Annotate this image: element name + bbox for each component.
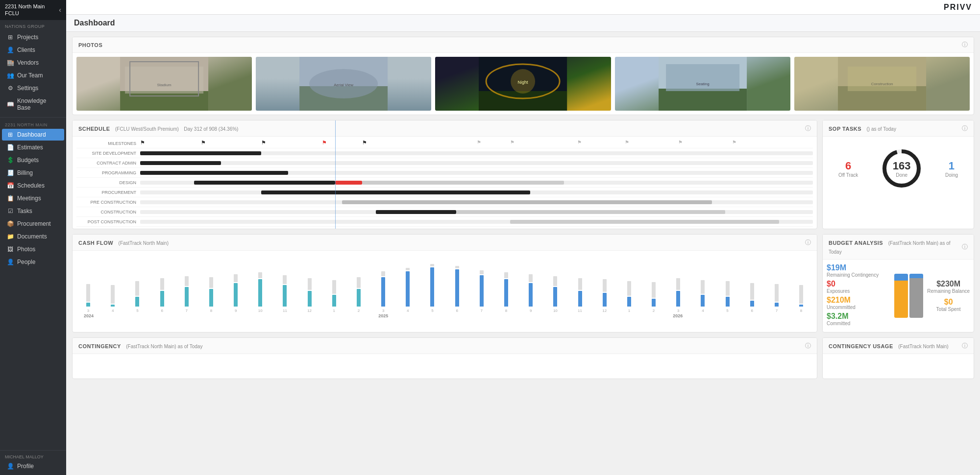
month-label-26: 5 (715, 309, 739, 313)
bar-group-0 (76, 284, 100, 307)
bar-teal-2 (135, 297, 139, 307)
photo-3[interactable]: Night (435, 57, 611, 111)
photos-icon: 🖼 (7, 246, 14, 253)
year-label-1 (101, 313, 125, 318)
bar-group-4 (175, 276, 198, 307)
sidebar-label-knowledge-base: Knowledge Base (17, 97, 59, 111)
bar-teal-24 (676, 291, 680, 307)
bar-group-15 (445, 266, 469, 307)
total-spent-val: $0 (927, 298, 970, 307)
bar-gray-13 (406, 268, 410, 270)
svg-rect-2 (125, 67, 203, 94)
bar-teal-26 (726, 297, 730, 307)
bar-teal-17 (504, 279, 508, 307)
year-label-24: 2026 (665, 313, 690, 318)
svg-rect-16 (666, 64, 739, 91)
gantt-row-programming: PROGRAMMING (76, 168, 813, 178)
contingency-body (73, 354, 817, 379)
bar-group-1 (101, 285, 124, 307)
year-label-16 (469, 313, 494, 318)
photo-5[interactable]: Construction (794, 57, 970, 111)
bar-group-12 (371, 271, 395, 307)
bar-teal-25 (701, 295, 705, 307)
sidebar-item-photos[interactable]: 🖼 Photos (2, 243, 64, 255)
svg-text:Seating: Seating (696, 82, 709, 86)
sop-header-left: SOP TASKS () as of Today (829, 124, 896, 133)
month-label-14: 5 (420, 309, 444, 313)
sidebar-item-projects[interactable]: ⊞ Projects (2, 31, 64, 43)
year-label-6 (224, 313, 248, 318)
schedule-info-icon[interactable]: ⓘ (805, 124, 811, 133)
billing-icon: 🧾 (7, 169, 14, 176)
sidebar-item-knowledge-base[interactable]: 📖 Knowledge Base (2, 95, 64, 114)
sop-info-icon[interactable]: ⓘ (962, 124, 968, 133)
remaining-contingency-lbl: Remaining Contingency (827, 272, 890, 278)
budget-info-icon[interactable]: ⓘ (962, 243, 968, 251)
sidebar-item-billing[interactable]: 🧾 Billing (2, 167, 64, 179)
bar-gray-19 (553, 276, 557, 286)
sidebar-item-people[interactable]: 👤 People (2, 256, 64, 268)
cashflow-card-header: CASH FLOW (FastTrack North Main) ⓘ (73, 235, 817, 251)
budget-remaining-contingency: $19M Remaining Contingency (827, 263, 890, 278)
sidebar-item-clients[interactable]: 👤 Clients (2, 44, 64, 56)
photos-card: PHOTOS ⓘ Stadium (72, 37, 974, 115)
year-label-5 (199, 313, 223, 318)
month-label-17: 8 (494, 309, 518, 313)
cashflow-info-icon[interactable]: ⓘ (805, 238, 811, 247)
cashflow-title: CASH FLOW (78, 240, 113, 246)
photo-4[interactable]: Seating (615, 57, 790, 111)
sop-subtitle: () as of Today (867, 126, 896, 132)
contingency-header-left: CONTINGENCY (FastTrack North Main) as of… (78, 341, 202, 350)
bar-teal-19 (553, 287, 557, 307)
bar-group-29 (789, 285, 813, 307)
year-label-3 (150, 313, 174, 318)
sidebar-label-procurement: Procurement (17, 220, 51, 227)
year-label-7 (248, 313, 273, 318)
bar-teal-14 (430, 267, 434, 307)
bar-teal-9 (308, 291, 312, 307)
sidebar-item-procurement[interactable]: 📦 Procurement (2, 218, 64, 230)
sidebar-item-estimates[interactable]: 📄 Estimates (2, 142, 64, 153)
photo-2[interactable]: Aerial View (256, 57, 431, 111)
year-label-8 (273, 313, 297, 318)
budget-uncommitted: $210M Uncommitted (827, 296, 890, 310)
sidebar-item-dashboard[interactable]: ⊞ Dashboard (2, 129, 64, 141)
month-label-0: 3 (76, 309, 100, 313)
sidebar-item-settings[interactable]: ⚙ Settings (2, 82, 64, 94)
sidebar-group-label: NATIONS GROUP (0, 20, 66, 31)
photos-grid: Stadium Aerial View (73, 53, 974, 115)
month-label-27: 6 (740, 309, 764, 313)
bar-group-24 (666, 278, 690, 307)
contingency-usage-card: CONTINGENCY USAGE (FastTrack North Main)… (822, 337, 974, 379)
schedule-day-info: Day 312 of 908 (34.36%) (184, 126, 238, 132)
cont-usage-info-icon[interactable]: ⓘ (962, 342, 968, 350)
sidebar-item-vendors[interactable]: 🏬 Vendors (2, 57, 64, 69)
gantt-row-pre-construction: PRE CONSTRUCTION (76, 197, 813, 207)
sidebar-item-documents[interactable]: 📁 Documents (2, 231, 64, 242)
cont-usage-subtitle: (FastTrack North Main) (898, 344, 948, 349)
bar-teal-23 (652, 299, 656, 307)
sidebar-item-meetings[interactable]: 📋 Meetings (2, 192, 64, 204)
year-label-10 (322, 313, 346, 318)
sidebar-label-clients: Clients (17, 47, 35, 53)
sidebar-item-budgets[interactable]: 💲 Budgets (2, 154, 64, 166)
month-label-19: 10 (543, 309, 567, 313)
bar-teal-13 (406, 271, 410, 307)
sidebar-item-our-team[interactable]: 👥 Our Team (2, 70, 64, 81)
year-label-18 (518, 313, 543, 318)
bar-teal-12 (381, 277, 385, 307)
bar-gray-1 (111, 285, 115, 304)
bar-group-7 (248, 272, 272, 307)
gantt-row-design: DESIGN (76, 178, 813, 188)
vendors-icon: 🏬 (7, 59, 14, 66)
sidebar-item-tasks[interactable]: ☑ Tasks (2, 205, 64, 217)
photos-info-icon[interactable]: ⓘ (962, 41, 968, 49)
sidebar-item-profile[interactable]: 👤 Profile (2, 460, 64, 472)
sop-off-track-label: Off Track (838, 172, 858, 178)
collapse-button[interactable]: ‹ (59, 6, 61, 14)
contingency-info-icon[interactable]: ⓘ (805, 342, 811, 350)
month-label-28: 7 (765, 309, 788, 313)
month-label-21: 12 (593, 309, 616, 313)
sidebar-item-schedules[interactable]: 📅 Schedules (2, 180, 64, 191)
photo-1[interactable]: Stadium (76, 57, 252, 111)
